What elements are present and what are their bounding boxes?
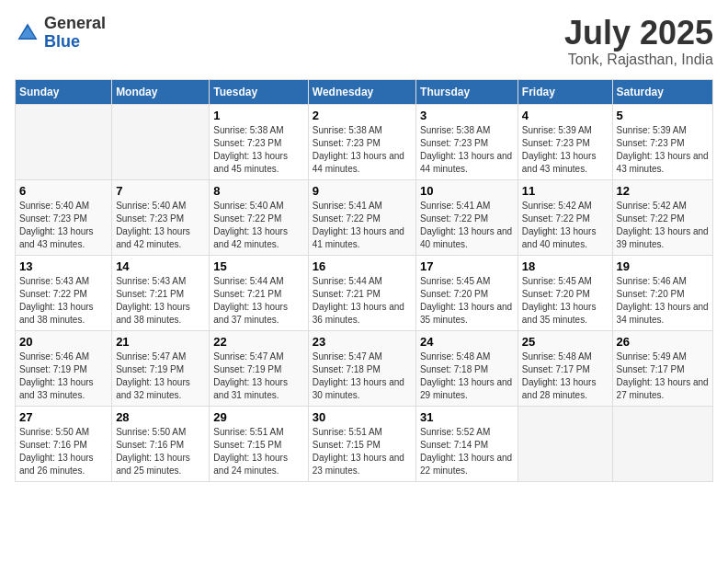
day-number: 13 (19, 259, 108, 273)
day-info: Sunrise: 5:38 AMSunset: 7:23 PMDaylight:… (420, 124, 514, 176)
day-info: Sunrise: 5:51 AMSunset: 7:15 PMDaylight:… (213, 426, 303, 477)
calendar-header: SundayMondayTuesdayWednesdayThursdayFrid… (16, 79, 713, 104)
day-number: 17 (420, 259, 514, 273)
calendar-cell: 11Sunrise: 5:42 AMSunset: 7:22 PMDayligh… (518, 179, 612, 255)
calendar-cell: 4Sunrise: 5:39 AMSunset: 7:23 PMDaylight… (518, 104, 612, 179)
day-info: Sunrise: 5:39 AMSunset: 7:23 PMDaylight:… (617, 124, 709, 176)
day-number: 6 (19, 184, 108, 198)
day-info: Sunrise: 5:50 AMSunset: 7:16 PMDaylight:… (19, 426, 108, 477)
day-info: Sunrise: 5:48 AMSunset: 7:18 PMDaylight:… (420, 350, 514, 402)
day-info: Sunrise: 5:40 AMSunset: 7:22 PMDaylight:… (213, 200, 303, 251)
day-info: Sunrise: 5:46 AMSunset: 7:19 PMDaylight:… (19, 350, 108, 402)
day-number: 25 (522, 335, 609, 349)
calendar-week-row: 6Sunrise: 5:40 AMSunset: 7:23 PMDaylight… (16, 179, 713, 255)
day-number: 24 (420, 335, 514, 349)
calendar-week-row: 20Sunrise: 5:46 AMSunset: 7:19 PMDayligh… (16, 330, 713, 406)
day-info: Sunrise: 5:45 AMSunset: 7:20 PMDaylight:… (420, 275, 514, 327)
calendar-cell: 8Sunrise: 5:40 AMSunset: 7:22 PMDaylight… (210, 179, 308, 255)
day-info: Sunrise: 5:44 AMSunset: 7:21 PMDaylight:… (313, 275, 412, 327)
header-day: Friday (518, 79, 612, 104)
header-day: Tuesday (210, 79, 308, 104)
day-info: Sunrise: 5:38 AMSunset: 7:23 PMDaylight:… (213, 124, 303, 176)
logo: General Blue (15, 15, 106, 52)
day-number: 29 (213, 410, 303, 424)
calendar-table: SundayMondayTuesdayWednesdayThursdayFrid… (15, 79, 713, 482)
day-info: Sunrise: 5:49 AMSunset: 7:17 PMDaylight:… (617, 350, 709, 402)
day-info: Sunrise: 5:41 AMSunset: 7:22 PMDaylight:… (313, 200, 412, 251)
day-info: Sunrise: 5:46 AMSunset: 7:20 PMDaylight:… (617, 275, 709, 327)
day-info: Sunrise: 5:42 AMSunset: 7:22 PMDaylight:… (617, 200, 709, 251)
day-number: 22 (213, 335, 303, 349)
day-number: 18 (522, 259, 609, 273)
calendar-cell: 7Sunrise: 5:40 AMSunset: 7:23 PMDaylight… (112, 179, 210, 255)
day-number: 30 (313, 410, 412, 424)
day-info: Sunrise: 5:40 AMSunset: 7:23 PMDaylight:… (116, 200, 205, 251)
logo-icon (15, 20, 40, 46)
logo-blue-text: Blue (44, 33, 106, 52)
calendar-cell: 31Sunrise: 5:52 AMSunset: 7:14 PMDayligh… (416, 406, 518, 481)
main-title: July 2025 (564, 15, 713, 52)
day-info: Sunrise: 5:48 AMSunset: 7:17 PMDaylight:… (522, 350, 609, 402)
calendar-cell: 22Sunrise: 5:47 AMSunset: 7:19 PMDayligh… (210, 330, 308, 406)
day-number: 27 (19, 410, 108, 424)
day-number: 26 (617, 335, 709, 349)
calendar-cell (612, 406, 712, 481)
calendar-cell: 26Sunrise: 5:49 AMSunset: 7:17 PMDayligh… (612, 330, 712, 406)
calendar-cell (518, 406, 612, 481)
day-number: 15 (213, 259, 303, 273)
day-number: 11 (522, 184, 609, 198)
calendar-cell: 23Sunrise: 5:47 AMSunset: 7:18 PMDayligh… (308, 330, 415, 406)
calendar-cell: 27Sunrise: 5:50 AMSunset: 7:16 PMDayligh… (16, 406, 112, 481)
calendar-cell: 24Sunrise: 5:48 AMSunset: 7:18 PMDayligh… (416, 330, 518, 406)
calendar-cell: 25Sunrise: 5:48 AMSunset: 7:17 PMDayligh… (518, 330, 612, 406)
day-info: Sunrise: 5:47 AMSunset: 7:19 PMDaylight:… (213, 350, 303, 402)
day-info: Sunrise: 5:51 AMSunset: 7:15 PMDaylight:… (313, 426, 412, 477)
calendar-week-row: 1Sunrise: 5:38 AMSunset: 7:23 PMDaylight… (16, 104, 713, 179)
calendar-cell: 1Sunrise: 5:38 AMSunset: 7:23 PMDaylight… (210, 104, 308, 179)
day-info: Sunrise: 5:41 AMSunset: 7:22 PMDaylight:… (420, 200, 514, 251)
logo-general-text: General (44, 15, 106, 33)
day-info: Sunrise: 5:40 AMSunset: 7:23 PMDaylight:… (19, 200, 108, 251)
day-number: 20 (19, 335, 108, 349)
calendar-cell: 29Sunrise: 5:51 AMSunset: 7:15 PMDayligh… (210, 406, 308, 481)
day-number: 10 (420, 184, 514, 198)
calendar-cell: 16Sunrise: 5:44 AMSunset: 7:21 PMDayligh… (308, 255, 415, 330)
calendar-cell: 17Sunrise: 5:45 AMSunset: 7:20 PMDayligh… (416, 255, 518, 330)
calendar-cell: 18Sunrise: 5:45 AMSunset: 7:20 PMDayligh… (518, 255, 612, 330)
day-number: 8 (213, 184, 303, 198)
calendar-cell: 3Sunrise: 5:38 AMSunset: 7:23 PMDaylight… (416, 104, 518, 179)
day-info: Sunrise: 5:43 AMSunset: 7:21 PMDaylight:… (116, 275, 205, 327)
day-info: Sunrise: 5:38 AMSunset: 7:23 PMDaylight:… (313, 124, 412, 176)
day-number: 4 (522, 109, 609, 122)
logo-text: General Blue (44, 15, 106, 52)
day-number: 21 (116, 335, 205, 349)
day-number: 14 (116, 259, 205, 273)
calendar-cell: 19Sunrise: 5:46 AMSunset: 7:20 PMDayligh… (612, 255, 712, 330)
day-number: 2 (313, 109, 412, 122)
day-info: Sunrise: 5:42 AMSunset: 7:22 PMDaylight:… (522, 200, 609, 251)
calendar-cell: 20Sunrise: 5:46 AMSunset: 7:19 PMDayligh… (16, 330, 112, 406)
day-number: 16 (313, 259, 412, 273)
title-block: July 2025 Tonk, Rajasthan, India (564, 15, 713, 68)
day-number: 1 (213, 109, 303, 122)
page-header: General Blue July 2025 Tonk, Rajasthan, … (15, 15, 713, 68)
header-day: Sunday (16, 79, 112, 104)
header-row: SundayMondayTuesdayWednesdayThursdayFrid… (16, 79, 713, 104)
calendar-cell: 14Sunrise: 5:43 AMSunset: 7:21 PMDayligh… (112, 255, 210, 330)
day-number: 9 (313, 184, 412, 198)
day-info: Sunrise: 5:52 AMSunset: 7:14 PMDaylight:… (420, 426, 514, 477)
day-info: Sunrise: 5:45 AMSunset: 7:20 PMDaylight:… (522, 275, 609, 327)
day-number: 31 (420, 410, 514, 424)
calendar-cell: 28Sunrise: 5:50 AMSunset: 7:16 PMDayligh… (112, 406, 210, 481)
day-info: Sunrise: 5:43 AMSunset: 7:22 PMDaylight:… (19, 275, 108, 327)
calendar-cell: 13Sunrise: 5:43 AMSunset: 7:22 PMDayligh… (16, 255, 112, 330)
day-info: Sunrise: 5:47 AMSunset: 7:19 PMDaylight:… (116, 350, 205, 402)
calendar-cell: 21Sunrise: 5:47 AMSunset: 7:19 PMDayligh… (112, 330, 210, 406)
calendar-cell: 6Sunrise: 5:40 AMSunset: 7:23 PMDaylight… (16, 179, 112, 255)
day-info: Sunrise: 5:44 AMSunset: 7:21 PMDaylight:… (213, 275, 303, 327)
day-number: 19 (617, 259, 709, 273)
calendar-week-row: 27Sunrise: 5:50 AMSunset: 7:16 PMDayligh… (16, 406, 713, 481)
day-info: Sunrise: 5:39 AMSunset: 7:23 PMDaylight:… (522, 124, 609, 176)
calendar-cell (112, 104, 210, 179)
day-number: 28 (116, 410, 205, 424)
